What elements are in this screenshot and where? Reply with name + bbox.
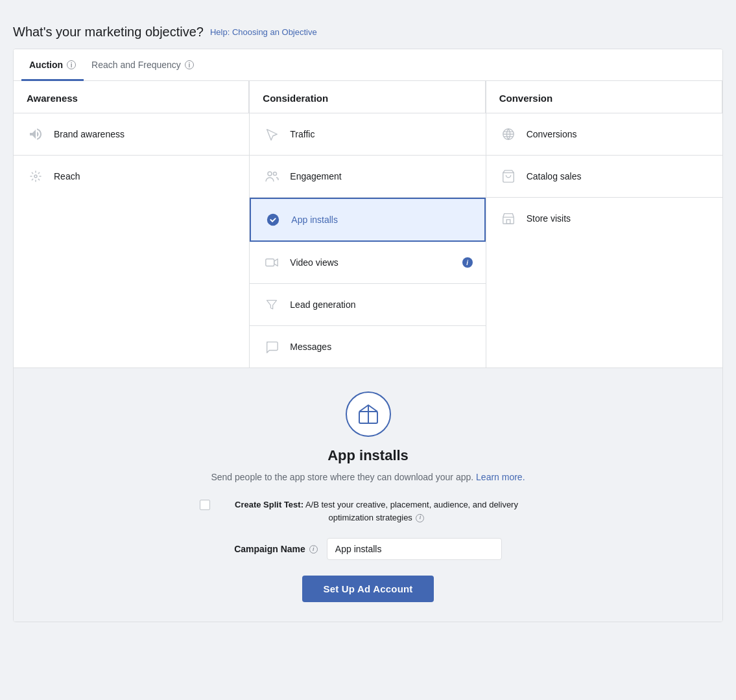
- tabs-bar: Auction i Reach and Frequency i: [14, 49, 722, 81]
- tab-auction-info[interactable]: i: [67, 60, 76, 69]
- obj-lead-generation[interactable]: Lead generation: [250, 284, 485, 326]
- app-installs-label: App installs: [291, 215, 338, 225]
- conversions-label: Conversions: [527, 129, 577, 139]
- svg-rect-4: [266, 259, 274, 266]
- split-test-checkbox[interactable]: [200, 500, 210, 510]
- reach-icon: [27, 167, 45, 185]
- obj-messages[interactable]: Messages: [250, 326, 485, 368]
- svg-point-0: [34, 175, 37, 178]
- svg-rect-11: [506, 220, 510, 224]
- filter-icon: [263, 296, 281, 314]
- obj-conversions[interactable]: Conversions: [486, 113, 722, 156]
- obj-catalog-sales[interactable]: Catalog sales: [486, 156, 722, 198]
- reach-label: Reach: [54, 171, 80, 181]
- globe-icon: [499, 125, 517, 143]
- setup-ad-account-button[interactable]: Set Up Ad Account: [302, 576, 433, 602]
- brand-awareness-label: Brand awareness: [54, 129, 125, 139]
- video-views-info-icon[interactable]: i: [462, 257, 473, 268]
- learn-more-link[interactable]: Learn more.: [476, 472, 525, 482]
- awareness-header: Awareness: [14, 81, 249, 113]
- cursor-icon: [263, 125, 281, 143]
- bottom-section: App installs Send people to the app stor…: [14, 368, 722, 622]
- selected-objective-icon-circle: [346, 391, 391, 437]
- tab-reach-frequency[interactable]: Reach and Frequency i: [84, 49, 202, 81]
- objectives-grid: Awareness Brand awareness: [14, 81, 722, 368]
- obj-engagement[interactable]: Engagement: [250, 156, 485, 198]
- campaign-name-input[interactable]: [327, 538, 502, 560]
- campaign-name-label: Campaign Name i: [234, 544, 318, 554]
- obj-store-visits[interactable]: Store visits: [486, 198, 722, 239]
- people-icon: [263, 167, 281, 185]
- tab-reach-frequency-label: Reach and Frequency: [91, 60, 181, 70]
- store-visits-label: Store visits: [527, 213, 571, 224]
- engagement-label: Engagement: [290, 171, 341, 181]
- obj-reach[interactable]: Reach: [14, 156, 249, 197]
- svg-point-3: [267, 214, 279, 226]
- split-test-row: Create Split Test: A/B test your creativ…: [200, 498, 537, 524]
- tab-reach-frequency-info[interactable]: i: [185, 60, 194, 69]
- consideration-col: Consideration Traffic: [250, 81, 486, 368]
- svg-rect-10: [503, 217, 514, 224]
- obj-traffic[interactable]: Traffic: [250, 113, 485, 156]
- obj-brand-awareness[interactable]: Brand awareness: [14, 113, 249, 156]
- page-title: What's your marketing objective?: [13, 25, 204, 40]
- split-test-label: Create Split Test: A/B test your creativ…: [217, 498, 537, 524]
- messages-label: Messages: [290, 342, 331, 352]
- awareness-col: Awareness Brand awareness: [14, 81, 250, 368]
- selected-objective-desc: Send people to the app store where they …: [211, 471, 525, 484]
- campaign-name-info-icon[interactable]: i: [309, 545, 318, 554]
- consideration-header: Consideration: [250, 81, 485, 113]
- tab-auction[interactable]: Auction i: [21, 49, 84, 81]
- tab-auction-label: Auction: [29, 60, 63, 70]
- main-card: Auction i Reach and Frequency i Awarenes…: [13, 49, 723, 622]
- page-container: What's your marketing objective? Help: C…: [13, 13, 723, 687]
- cart-icon: [499, 167, 517, 185]
- conversion-col: Conversion Conversions: [486, 81, 722, 368]
- catalog-sales-label: Catalog sales: [527, 171, 582, 181]
- obj-app-installs[interactable]: App installs: [250, 198, 485, 242]
- campaign-name-row: Campaign Name i: [234, 538, 502, 560]
- video-icon: [263, 253, 281, 272]
- check-circle-icon: [264, 211, 282, 229]
- svg-point-2: [274, 172, 277, 176]
- page-header: What's your marketing objective? Help: C…: [13, 13, 723, 49]
- help-link[interactable]: Help: Choosing an Objective: [210, 27, 317, 37]
- store-icon: [499, 209, 517, 228]
- obj-video-views[interactable]: Video views i: [250, 242, 485, 284]
- svg-point-1: [268, 172, 272, 176]
- split-test-info-icon[interactable]: i: [416, 514, 424, 522]
- video-views-label: Video views: [290, 257, 338, 268]
- box-icon: [357, 402, 380, 426]
- selected-objective-title: App installs: [327, 447, 409, 464]
- lead-generation-label: Lead generation: [290, 299, 355, 310]
- megaphone-icon: [27, 125, 45, 143]
- chat-icon: [263, 338, 281, 356]
- traffic-label: Traffic: [290, 129, 315, 139]
- conversion-header: Conversion: [486, 81, 722, 113]
